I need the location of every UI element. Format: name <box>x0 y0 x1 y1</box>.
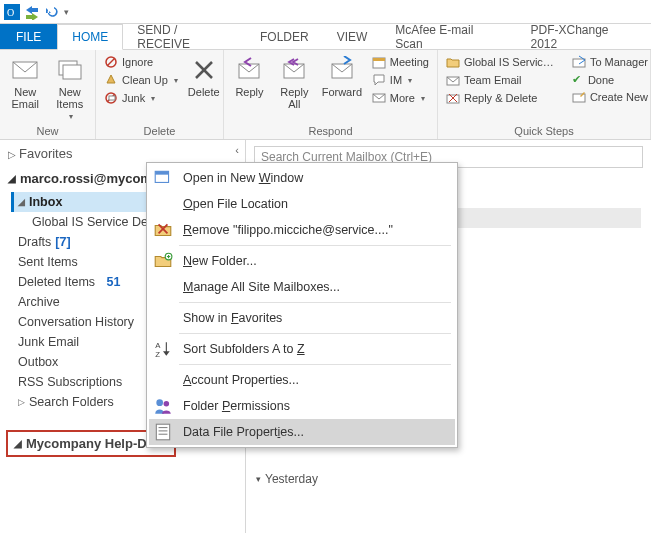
reply-delete-icon <box>446 91 460 105</box>
tab-pdfxchange[interactable]: PDF-XChange 2012 <box>516 24 651 49</box>
quick-tomanager-button[interactable]: To Manager <box>570 54 650 70</box>
quick-done-button[interactable]: Done <box>570 72 650 87</box>
ctx-open-file-location-label: Open File Location <box>183 197 288 211</box>
to-manager-icon <box>572 55 586 69</box>
group-new-label: New <box>6 123 89 137</box>
junk-label: Junk Email <box>18 335 79 349</box>
tab-send-receive[interactable]: SEND / RECEIVE <box>123 24 246 49</box>
svg-line-6 <box>107 58 115 66</box>
ribbon: New Email New Items New Ignore Clean Up … <box>0 50 651 140</box>
svg-text:A: A <box>155 341 161 350</box>
tab-file[interactable]: FILE <box>0 24 57 49</box>
list-group-yesterday[interactable]: ▾Yesterday <box>256 472 641 486</box>
blank-icon <box>153 194 173 214</box>
ctx-manage-site-mailboxes[interactable]: Manage All Site Mailboxes... <box>149 274 455 300</box>
ctx-open-file-location[interactable]: Open File Location <box>149 191 455 217</box>
context-menu: Open in New Window Open File Location Re… <box>146 162 458 448</box>
quick-tomanager-label: To Manager <box>590 56 648 68</box>
svg-rect-25 <box>155 171 168 174</box>
reply-button[interactable]: Reply <box>230 54 269 100</box>
ribbon-tabs: FILE HOME SEND / RECEIVE FOLDER VIEW McA… <box>0 24 651 50</box>
chevron-down-icon: ◢ <box>18 197 25 207</box>
svg-rect-19 <box>447 95 459 103</box>
ctx-remove[interactable]: Remove "filippo.micciche@service...." <box>149 217 455 243</box>
open-window-icon <box>153 168 173 188</box>
svg-point-35 <box>164 401 170 407</box>
ctx-account-properties[interactable]: Account Properties... <box>149 367 455 393</box>
quick-createnew-button[interactable]: Create New <box>570 89 650 105</box>
tab-home[interactable]: HOME <box>57 24 123 50</box>
im-label: IM <box>390 74 402 86</box>
delete-button[interactable]: Delete <box>186 54 222 100</box>
tab-view[interactable]: VIEW <box>323 24 382 49</box>
svg-rect-36 <box>156 424 169 440</box>
respond-more-button[interactable]: More <box>370 90 431 106</box>
outbox-label: Outbox <box>18 355 58 369</box>
forward-button[interactable]: Forward <box>320 54 364 100</box>
convo-label: Conversation History <box>18 315 134 329</box>
tab-folder[interactable]: FOLDER <box>246 24 323 49</box>
ignore-button[interactable]: Ignore <box>102 54 180 70</box>
new-email-icon <box>11 56 39 84</box>
new-items-icon <box>56 56 84 84</box>
group-quicksteps-label: Quick Steps <box>444 123 644 137</box>
team-email-icon <box>446 73 460 87</box>
delete-icon <box>190 56 218 84</box>
search-folders-label: Search Folders <box>29 395 114 409</box>
forward-icon <box>328 56 356 84</box>
deleted-label: Deleted Items <box>18 275 95 289</box>
blank-icon <box>153 370 173 390</box>
rss-label: RSS Subscriptions <box>18 375 122 389</box>
chevron-down-icon: ▾ <box>256 474 261 484</box>
new-email-button[interactable]: New Email <box>6 54 45 112</box>
junk-label: Junk <box>122 92 145 104</box>
new-email-label: New Email <box>11 86 39 110</box>
new-items-button[interactable]: New Items <box>51 54 90 123</box>
qat-customize-icon[interactable]: ▾ <box>64 7 69 17</box>
quick-createnew-label: Create New <box>590 91 648 103</box>
quick-global-label: Global IS Servic… <box>464 56 554 68</box>
chevron-down-icon: ◢ <box>8 173 16 184</box>
inbox-sub-label: Global IS Service Desk <box>32 215 161 229</box>
quick-team-button[interactable]: Team Email <box>444 72 556 88</box>
ctx-account-properties-label: Account Properties... <box>183 373 299 387</box>
ctx-datafile-properties[interactable]: Data File Properties... <box>149 419 455 445</box>
qat-undo-icon[interactable] <box>44 4 60 20</box>
ctx-separator <box>179 364 451 365</box>
forward-label: Forward <box>322 86 362 98</box>
drafts-label: Drafts <box>18 235 51 249</box>
meeting-button[interactable]: Meeting <box>370 54 431 70</box>
im-button[interactable]: IM <box>370 72 431 88</box>
ctx-separator <box>179 302 451 303</box>
ctx-new-folder[interactable]: New Folder... <box>149 248 455 274</box>
im-icon <box>372 73 386 87</box>
ctx-remove-label: Remove "filippo.micciche@service...." <box>183 223 393 237</box>
ctx-separator <box>179 245 451 246</box>
quick-done-label: Done <box>588 74 614 86</box>
svg-text:Z: Z <box>155 350 160 359</box>
tab-mcafee[interactable]: McAfee E-mail Scan <box>381 24 516 49</box>
ctx-show-favorites[interactable]: Show in Favorites <box>149 305 455 331</box>
ctx-sort-subfolders[interactable]: AZ Sort Subfolders A to Z <box>149 336 455 362</box>
quick-global-button[interactable]: Global IS Servic… <box>444 54 556 70</box>
svg-rect-9 <box>109 96 115 100</box>
chevron-right-icon: ▷ <box>8 149 16 160</box>
ctx-open-new-window[interactable]: Open in New Window <box>149 165 455 191</box>
reply-icon <box>235 56 263 84</box>
blank-icon <box>153 277 173 297</box>
ctx-folder-permissions[interactable]: Folder Permissions <box>149 393 455 419</box>
svg-rect-16 <box>373 58 385 61</box>
nav-collapse-icon[interactable]: ‹ <box>235 144 239 156</box>
quick-replydelete-button[interactable]: Reply & Delete <box>444 90 556 106</box>
title-bar: O ▾ <box>0 0 651 24</box>
new-folder-icon <box>153 251 173 271</box>
reply-all-button[interactable]: Reply All <box>275 54 314 112</box>
deleted-count: 51 <box>107 275 121 289</box>
permissions-icon <box>153 396 173 416</box>
qat-sendreceive-icon[interactable] <box>24 4 40 20</box>
reply-all-label: Reply All <box>280 86 308 110</box>
group-respond-label: Respond <box>230 123 431 137</box>
cleanup-button[interactable]: Clean Up <box>102 72 180 88</box>
quick-replydelete-label: Reply & Delete <box>464 92 537 104</box>
junk-button[interactable]: Junk <box>102 90 180 106</box>
